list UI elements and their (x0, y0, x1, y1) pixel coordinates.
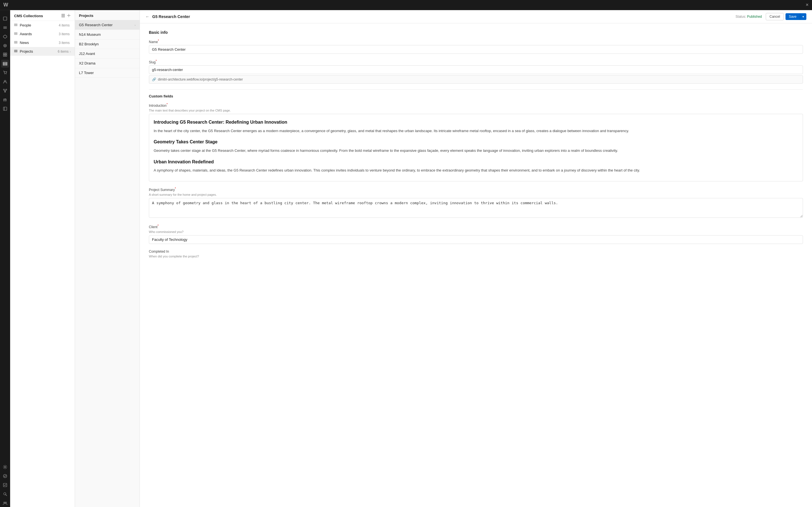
detail-header: ← G5 Research Center Status: Published C… (140, 10, 812, 23)
apps-icon[interactable]: {f} (1, 96, 9, 104)
project-chevron-g5: › (135, 23, 136, 27)
save-dropdown-button[interactable]: ▾ (800, 13, 806, 20)
collection-item-news[interactable]: News 3 items (10, 38, 75, 47)
svg-point-14 (4, 74, 5, 74)
project-name-x2: X2 Drama (79, 61, 136, 65)
nav-icon[interactable] (1, 24, 9, 32)
collection-name-projects: Projects (20, 49, 58, 54)
cancel-button[interactable]: Cancel (766, 13, 783, 20)
svg-rect-37 (14, 24, 17, 25)
users-icon[interactable] (1, 78, 9, 86)
intro-hint: The main text that describes your projec… (149, 109, 803, 112)
main-content: ← G5 Research Center Status: Published C… (140, 0, 812, 507)
project-name-j12: J12 Avant (79, 52, 136, 56)
svg-point-15 (6, 74, 6, 74)
svg-rect-46 (14, 51, 17, 51)
topbar: W × (0, 0, 812, 10)
collection-count-awards: 3 items (59, 32, 70, 36)
collection-name-news: News (20, 41, 59, 45)
styles-icon[interactable] (1, 42, 9, 50)
assets-icon[interactable] (1, 51, 9, 59)
settings-icon[interactable] (1, 463, 9, 471)
basic-info-title: Basic info (149, 30, 803, 35)
client-field-group: Client* Who commissioned you? (149, 224, 803, 244)
status-value: Published (747, 15, 762, 18)
collection-item-people[interactable]: People 4 items (10, 21, 75, 30)
status-label: Status: (735, 15, 746, 18)
detail-content: Basic info Name* Slug* 🔗 dimitri-archite… (140, 23, 812, 507)
slug-field-group: Slug* 🔗 dimitri-architecture.webflow.io/… (149, 59, 803, 83)
svg-rect-38 (14, 25, 17, 26)
cms-settings-icon[interactable] (61, 13, 65, 18)
project-item-l7[interactable]: L7 Tower (75, 68, 140, 78)
project-item-j12[interactable]: J12 Avant (75, 49, 140, 59)
svg-point-6 (4, 45, 6, 46)
svg-rect-13 (3, 64, 7, 65)
svg-rect-44 (14, 43, 17, 43)
svg-point-19 (4, 91, 6, 93)
close-button[interactable]: × (806, 2, 809, 8)
project-item-b2[interactable]: B2 Brooklyn (75, 40, 140, 49)
pages-icon[interactable] (1, 15, 9, 22)
intro-para-1: In the heart of the city center, the G5 … (154, 128, 798, 134)
summary-textarea[interactable]: A symphony of geometry and glass in the … (149, 198, 803, 218)
task-icon[interactable] (1, 481, 9, 489)
publish-icon[interactable] (1, 472, 9, 480)
cms-icon[interactable] (1, 60, 9, 68)
svg-rect-0 (3, 17, 7, 20)
completed-hint: When did you compliete the project? (149, 255, 803, 258)
save-button-group: Save ▾ (785, 13, 806, 20)
webflow-logo: W (3, 2, 8, 8)
svg-rect-22 (3, 107, 7, 110)
svg-line-21 (5, 90, 6, 91)
collection-item-awards[interactable]: Awards 3 items (10, 30, 75, 38)
svg-rect-45 (14, 50, 17, 50)
components-icon[interactable] (1, 33, 9, 41)
svg-rect-8 (5, 53, 7, 54)
slug-label: Slug* (149, 59, 803, 64)
logic-icon[interactable] (1, 87, 9, 95)
collection-count-projects: 6 items (58, 50, 69, 54)
svg-point-29 (4, 502, 5, 503)
svg-rect-33 (62, 17, 65, 17)
svg-rect-40 (14, 33, 17, 34)
svg-marker-4 (3, 35, 7, 38)
ecomm-icon[interactable] (1, 69, 9, 76)
intro-rich-text-editor[interactable]: Introducing G5 Research Center: Redefini… (149, 114, 803, 181)
icon-sidebar: {f} (0, 0, 10, 507)
intro-field-group: Introduction* The main text that describ… (149, 103, 803, 181)
slug-required: * (156, 59, 157, 62)
collection-item-projects[interactable]: Projects 6 items › (10, 47, 75, 56)
project-name-n14: N14 Museum (79, 33, 136, 37)
community-icon[interactable] (1, 499, 9, 507)
summary-field-group: Project Summary* A short summary for the… (149, 187, 803, 219)
detail-title: G5 Research Center (152, 14, 735, 19)
svg-line-28 (6, 495, 7, 496)
project-name-g5: G5 Research Center (79, 23, 135, 27)
svg-rect-36 (14, 24, 17, 24)
project-item-n14[interactable]: N14 Museum (75, 30, 140, 40)
link-icon: 🔗 (152, 77, 156, 81)
search-icon-side[interactable] (1, 490, 9, 498)
extensions-icon[interactable] (1, 105, 9, 113)
save-button[interactable]: Save (785, 13, 800, 20)
back-button[interactable]: ← (146, 14, 149, 19)
project-item-x2[interactable]: X2 Drama (75, 59, 140, 68)
project-item-g5[interactable]: G5 Research Center › (75, 20, 140, 30)
summary-label: Project Summary* (149, 187, 803, 192)
intro-heading-1: Introducing G5 Research Center: Redefini… (154, 119, 798, 126)
summary-hint: A short summary for the home and project… (149, 193, 803, 196)
svg-point-25 (3, 474, 7, 478)
name-input[interactable] (149, 45, 803, 54)
client-input[interactable] (149, 235, 803, 244)
db-icon-awards (14, 32, 17, 36)
svg-rect-12 (3, 63, 7, 64)
cms-add-icon[interactable] (67, 13, 71, 18)
cms-panel: CMS Collections People 4 items Awards 3 … (10, 0, 75, 507)
db-icon-projects (14, 49, 17, 54)
svg-rect-39 (14, 33, 17, 33)
status-area: Status: Published (735, 15, 762, 18)
slug-input[interactable] (149, 65, 803, 74)
svg-line-20 (4, 90, 5, 91)
collection-name-people: People (20, 23, 59, 27)
